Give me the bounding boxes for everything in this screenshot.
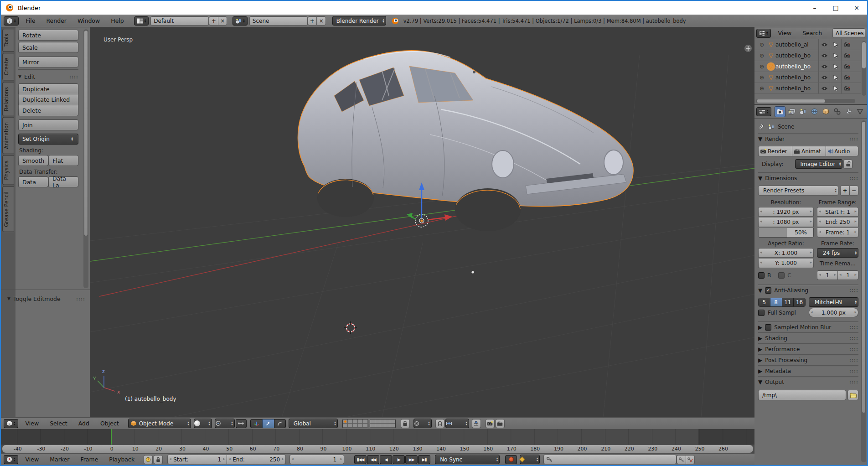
render-engine-select[interactable]: Blender Render▴▾ xyxy=(332,16,386,26)
selectability-cursor-icon[interactable] xyxy=(831,51,840,60)
layer-grid-1[interactable] xyxy=(342,419,368,428)
collapsed-panel-header[interactable]: ▶ Metadata :::: xyxy=(758,365,858,376)
visibility-eye-icon[interactable] xyxy=(820,40,829,49)
tool-shelf-tab[interactable]: Tools xyxy=(2,29,14,52)
scene-field[interactable]: Scene xyxy=(249,16,308,26)
layout-add-button[interactable]: + xyxy=(209,16,218,26)
maximize-button[interactable]: □ xyxy=(825,1,846,15)
viewport-shading-select[interactable]: ▴▾ xyxy=(194,419,212,428)
shade-flat-button[interactable]: Flat xyxy=(48,155,78,166)
translate-manipulator-button[interactable] xyxy=(262,419,274,428)
timeline-ruler[interactable] xyxy=(1,429,754,445)
outliner-item[interactable]: ⊕ ▽ autobello_bo xyxy=(754,83,861,94)
expand-icon[interactable]: ⊕ xyxy=(757,73,766,82)
play-button[interactable]: ▶ xyxy=(393,455,405,464)
visibility-eye-icon[interactable] xyxy=(820,73,829,82)
renderability-camera-icon[interactable] xyxy=(842,40,852,49)
tool-shelf-scrollbar[interactable] xyxy=(83,29,88,288)
menu-item[interactable]: Object xyxy=(95,420,124,427)
tab-render-layers[interactable] xyxy=(786,106,797,117)
data-transfer-layout-button[interactable]: Data La xyxy=(48,176,78,187)
auto-keyframe-button[interactable] xyxy=(505,455,517,464)
outliner-search-menu[interactable]: Search xyxy=(797,30,827,36)
transform-orientation-select[interactable]: Global▴▾ xyxy=(289,419,338,428)
output-browse-button[interactable] xyxy=(847,390,858,400)
aspect-y-field[interactable]: ◂Y: 1.000▸ xyxy=(758,259,814,268)
output-panel-header[interactable]: ▼ Output :::: xyxy=(758,376,858,387)
render-audio-button[interactable]: Audio xyxy=(826,146,858,156)
expand-icon[interactable]: ⊕ xyxy=(757,84,766,93)
expand-icon[interactable]: ⊕ xyxy=(757,40,766,49)
frame-end-field[interactable]: ◂ End: 250 ▸ xyxy=(227,455,286,464)
frame-start-field[interactable]: ◂ Start: 1 ▸ xyxy=(167,455,227,464)
rotate-button[interactable]: Rotate xyxy=(18,30,78,41)
tool-shelf-tab[interactable]: Relations xyxy=(2,82,14,116)
menu-item[interactable]: Add xyxy=(73,420,95,427)
editor-type-selector[interactable]: i ▴▾ xyxy=(4,16,19,26)
menu-item[interactable]: View xyxy=(20,420,45,427)
sync-mode-select[interactable]: No Sync▴▾ xyxy=(435,455,500,464)
frame-lock-button[interactable] xyxy=(154,455,163,464)
outliner-item[interactable]: ⊕ ▽ autobello_al xyxy=(754,39,861,50)
insert-keyframe-button[interactable] xyxy=(677,455,686,464)
tab-render[interactable] xyxy=(775,106,785,117)
manipulator-toggle-button[interactable] xyxy=(250,419,262,428)
jump-to-start-button[interactable]: ▮◀◀ xyxy=(354,455,367,464)
outliner-view-menu[interactable]: View xyxy=(773,30,797,36)
snap-element-select[interactable]: ▴▾ xyxy=(445,419,469,428)
redo-panel-header[interactable]: ▼ Toggle Editmode :::: xyxy=(7,294,85,304)
close-button[interactable]: × xyxy=(846,1,867,15)
menu-item[interactable]: Render xyxy=(41,17,72,24)
antialiasing-checkbox[interactable]: ✓ xyxy=(765,287,771,294)
render-animation-button[interactable]: Animat xyxy=(792,146,826,156)
tool-shelf-tab[interactable]: Grease Pencil xyxy=(2,186,14,232)
snap-target-button[interactable] xyxy=(472,419,481,428)
editor-type-properties[interactable]: ▴▾ xyxy=(756,107,771,116)
opengl-render-image-button[interactable] xyxy=(486,419,495,428)
outliner-item[interactable]: ⊕ ▽ autobello_bo xyxy=(754,72,861,83)
collapsed-panel-header[interactable]: ▶ Performance :::: xyxy=(758,343,858,354)
aa-filter-select[interactable]: Mitchell-N▴▾ xyxy=(809,297,858,307)
playback-range-button[interactable] xyxy=(144,455,153,464)
pin-icon[interactable] xyxy=(758,124,765,130)
expand-icon[interactable]: ⊕ xyxy=(757,62,766,71)
remap-old-field[interactable]: ◂1▸ xyxy=(817,270,837,280)
pivot-align-toggle[interactable] xyxy=(236,419,247,428)
delete-keyframe-button[interactable] xyxy=(686,455,695,464)
viewport-3d[interactable]: x y z User Persp (1) autobello_body xyxy=(1,27,754,429)
edit-panel-header[interactable]: ▼ Edit :::: xyxy=(18,72,78,82)
display-lock-button[interactable] xyxy=(843,160,852,169)
next-keyframe-button[interactable]: ▶▶ xyxy=(405,455,418,464)
menu-item[interactable]: Help xyxy=(105,17,129,24)
full-sample-checkbox[interactable] xyxy=(758,310,765,316)
set-origin-menu[interactable]: Set Origin▴▾ xyxy=(18,134,78,145)
manipulator-y-arrow[interactable] xyxy=(407,213,413,218)
border-checkbox[interactable] xyxy=(758,272,765,279)
active-keying-set-field[interactable] xyxy=(543,455,677,464)
filter-size-field[interactable]: ◂1.000 px▸ xyxy=(809,308,858,317)
visibility-eye-icon[interactable] xyxy=(820,84,829,93)
frame-start-prop-field[interactable]: ◂Start F: 1▸ xyxy=(817,207,858,217)
renderability-camera-icon[interactable] xyxy=(842,84,852,93)
current-frame-indicator[interactable] xyxy=(111,429,112,445)
play-reverse-button[interactable]: ◀ xyxy=(380,455,392,464)
preset-add-button[interactable]: + xyxy=(840,186,849,196)
preset-remove-button[interactable]: − xyxy=(849,186,858,196)
proportional-edit-select[interactable]: ▴▾ xyxy=(413,419,432,428)
menu-item[interactable]: Marker xyxy=(44,456,75,463)
cursor-3d[interactable] xyxy=(344,321,357,334)
editor-type-timeline[interactable]: ▴▾ xyxy=(4,455,18,464)
tool-shelf-tab[interactable]: Animation xyxy=(2,117,14,154)
aspect-x-field[interactable]: ◂X: 1.000▸ xyxy=(758,248,814,258)
render-presets-select[interactable]: Render Presets▴▾ xyxy=(758,186,838,196)
opengl-render-anim-button[interactable] xyxy=(496,419,505,428)
crop-checkbox[interactable] xyxy=(778,272,785,279)
tab-constraints[interactable] xyxy=(832,106,842,117)
renderability-camera-icon[interactable] xyxy=(842,62,852,71)
selectability-cursor-icon[interactable] xyxy=(831,84,840,93)
resolution-x-field[interactable]: ◂: 1920 px▸ xyxy=(758,207,814,217)
render-still-button[interactable]: Render xyxy=(758,146,792,156)
layers-widget[interactable] xyxy=(342,419,397,428)
data-transfer-data-button[interactable]: Data xyxy=(18,176,48,187)
scale-button[interactable]: Scale xyxy=(18,42,78,53)
